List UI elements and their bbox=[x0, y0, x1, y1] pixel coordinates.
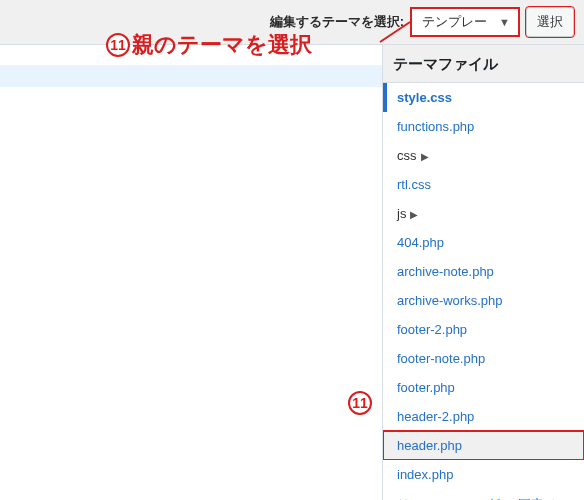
theme-select-label: 編集するテーマを選択: bbox=[270, 13, 404, 31]
file-item-label: footer-note.php bbox=[397, 351, 485, 366]
file-list[interactable]: style.cssfunctions.phpcss▶rtl.cssjs▶404.… bbox=[383, 82, 584, 500]
theme-dropdown-value: テンプレー bbox=[422, 13, 487, 31]
panel-title: テーマファイル bbox=[383, 45, 584, 82]
select-button[interactable]: 選択 bbox=[526, 7, 574, 37]
main-area: テーマファイル style.cssfunctions.phpcss▶rtl.cs… bbox=[0, 44, 584, 500]
file-item-label: header.php bbox=[397, 438, 462, 453]
chevron-right-icon: ▶ bbox=[410, 209, 418, 220]
file-item-label: archive-works.php bbox=[397, 293, 503, 308]
file-item[interactable]: css▶ bbox=[383, 141, 584, 170]
theme-dropdown[interactable]: テンプレー ▼ bbox=[410, 7, 520, 37]
file-item[interactable]: footer.php bbox=[383, 373, 584, 402]
file-item-label: functions.php bbox=[397, 119, 474, 134]
chevron-right-icon: ▶ bbox=[421, 151, 429, 162]
file-item[interactable]: archive-works.php bbox=[383, 286, 584, 315]
chevron-down-icon: ▼ bbox=[499, 16, 510, 28]
file-item-label: header-2.php bbox=[397, 409, 474, 424]
file-item[interactable]: js▶ bbox=[383, 199, 584, 228]
theme-selector-bar: 編集するテーマを選択: テンプレー ▼ 選択 bbox=[0, 0, 584, 44]
file-item[interactable]: header-2.php bbox=[383, 402, 584, 431]
file-item-label: archive-note.php bbox=[397, 264, 494, 279]
file-item-label: index.php bbox=[397, 467, 453, 482]
file-item-label: js bbox=[397, 206, 406, 221]
file-item-label: footer-2.php bbox=[397, 322, 467, 337]
file-item[interactable]: index.php bbox=[383, 460, 584, 489]
editor-pane[interactable] bbox=[0, 45, 382, 500]
file-item[interactable]: 404.php bbox=[383, 228, 584, 257]
file-item[interactable]: archive-note.php bbox=[383, 257, 584, 286]
file-item-label: 404.php bbox=[397, 235, 444, 250]
file-item[interactable]: footer-2.php bbox=[383, 315, 584, 344]
file-item[interactable]: footer-note.php bbox=[383, 344, 584, 373]
file-item-label: style.css bbox=[397, 90, 452, 105]
editor-active-line bbox=[0, 65, 382, 87]
file-item-label: rtl.css bbox=[397, 177, 431, 192]
file-item[interactable]: functions.php bbox=[383, 112, 584, 141]
file-item-label: footer.php bbox=[397, 380, 455, 395]
theme-files-panel: テーマファイル style.cssfunctions.phpcss▶rtl.cs… bbox=[382, 45, 584, 500]
file-item-label: css bbox=[397, 148, 417, 163]
file-item[interactable]: rtl.css bbox=[383, 170, 584, 199]
file-item[interactable]: リニューアル（仮） 固定ページテンプレート(index_re.php) bbox=[383, 489, 584, 500]
file-item[interactable]: style.css bbox=[383, 83, 584, 112]
file-item[interactable]: header.php bbox=[383, 431, 584, 460]
